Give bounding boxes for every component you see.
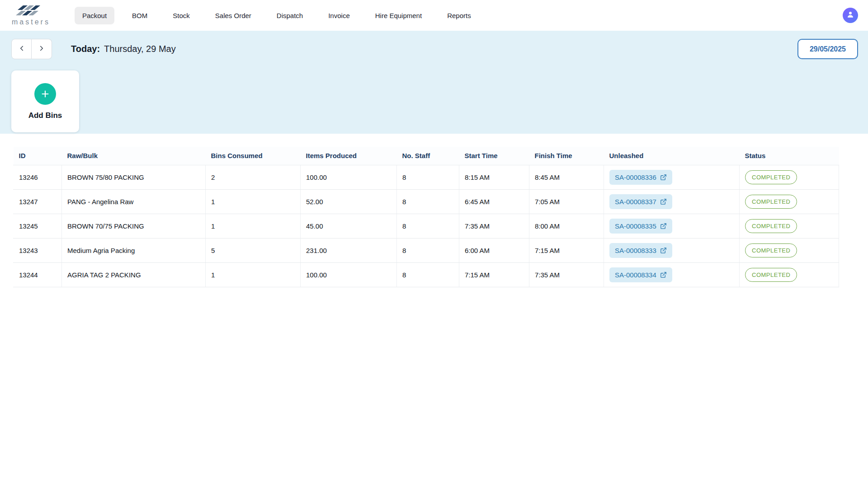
nav-item-packout[interactable]: Packout [75,7,114,24]
day-pager [11,39,52,59]
date-picker-button[interactable]: 29/05/2025 [797,39,858,59]
external-link-icon [660,198,667,205]
nav-item-invoice[interactable]: Invoice [321,7,358,24]
external-link-icon [660,271,667,278]
col-header-no-staff: No. Staff [397,147,459,165]
cell-id: 13243 [14,238,62,262]
status-badge: COMPLETED [745,170,797,184]
prev-day-button[interactable] [11,39,32,59]
unleashed-link-label: SA-00008335 [615,222,656,230]
plus-icon [34,83,56,105]
col-header-bins-consumed: Bins Consumed [206,147,301,165]
cell-raw-bulk: BROWN 75/80 PACKING [62,165,206,189]
col-header-status: Status [740,147,839,165]
external-link-icon [660,247,667,254]
table-row: 13243 Medium Agria Packing 5 231.00 8 6:… [14,238,839,262]
nav-item-bom[interactable]: BOM [124,7,155,24]
cell-no-staff: 8 [397,165,459,189]
logo: masters [12,5,50,26]
table-header-row: ID Raw/Bulk Bins Consumed Items Produced… [14,147,839,165]
cell-status: COMPLETED [740,214,839,238]
cell-status: COMPLETED [740,238,839,262]
cell-bins-consumed: 1 [206,189,301,214]
nav-item-dispatch[interactable]: Dispatch [269,7,311,24]
col-header-raw-bulk: Raw/Bulk [62,147,206,165]
status-badge: COMPLETED [745,195,797,209]
nav-item-sales-order[interactable]: Sales Order [208,7,259,24]
cell-items-produced: 231.00 [301,238,397,262]
cell-bins-consumed: 1 [206,214,301,238]
col-header-items-produced: Items Produced [301,147,397,165]
top-nav: masters Packout BOM Stock Sales Order Di… [0,0,868,31]
cell-bins-consumed: 2 [206,165,301,189]
cell-finish-time: 8:45 AM [529,165,604,189]
unleashed-link[interactable]: SA-00008333 [609,243,672,258]
packout-table-section: ID Raw/Bulk Bins Consumed Items Produced… [0,134,868,287]
today-label: Today: [71,44,100,54]
cell-raw-bulk: BROWN 70/75 PACKING [62,214,206,238]
status-badge: COMPLETED [745,243,797,257]
cell-unleashed: SA-00008335 [604,214,740,238]
cell-unleashed: SA-00008333 [604,238,740,262]
external-link-icon [660,174,667,181]
table-row: 13246 BROWN 75/80 PACKING 2 100.00 8 8:1… [14,165,839,189]
col-header-start-time: Start Time [459,147,529,165]
status-badge: COMPLETED [745,219,797,233]
user-avatar[interactable] [843,8,858,23]
cell-start-time: 6:45 AM [459,189,529,214]
cell-id: 13245 [14,214,62,238]
nav-item-hire-equipment[interactable]: Hire Equipment [368,7,429,24]
cell-id: 13247 [14,189,62,214]
cell-items-produced: 100.00 [301,165,397,189]
cell-start-time: 7:35 AM [459,214,529,238]
cell-id: 13246 [14,165,62,189]
cell-start-time: 6:00 AM [459,238,529,262]
unleashed-link[interactable]: SA-00008336 [609,170,672,185]
unleashed-link-label: SA-00008334 [615,271,656,279]
external-link-icon [660,223,667,229]
unleashed-link[interactable]: SA-00008334 [609,267,672,282]
cell-start-time: 7:15 AM [459,262,529,287]
cell-items-produced: 45.00 [301,214,397,238]
col-header-unleashed: Unleashed [604,147,740,165]
cell-finish-time: 8:00 AM [529,214,604,238]
add-bins-label: Add Bins [28,111,62,120]
table-row: 13244 AGRIA TAG 2 PACKING 1 100.00 8 7:1… [14,262,839,287]
packout-table-body: 13246 BROWN 75/80 PACKING 2 100.00 8 8:1… [14,165,839,287]
cell-raw-bulk: Medium Agria Packing [62,238,206,262]
cell-no-staff: 8 [397,189,459,214]
packout-table: ID Raw/Bulk Bins Consumed Items Produced… [13,147,839,287]
cell-finish-time: 7:35 AM [529,262,604,287]
table-row: 13247 PANG - Angelina Raw 1 52.00 8 6:45… [14,189,839,214]
unleashed-link-label: SA-00008333 [615,247,656,254]
nav-item-stock[interactable]: Stock [165,7,198,24]
cell-finish-time: 7:15 AM [529,238,604,262]
nav-item-reports[interactable]: Reports [439,7,479,24]
chevron-right-icon [38,44,46,54]
table-row: 13245 BROWN 70/75 PACKING 1 45.00 8 7:35… [14,214,839,238]
cell-status: COMPLETED [740,262,839,287]
main-nav: Packout BOM Stock Sales Order Dispatch I… [75,7,479,24]
cell-no-staff: 8 [397,238,459,262]
col-header-finish-time: Finish Time [529,147,604,165]
cell-raw-bulk: AGRIA TAG 2 PACKING [62,262,206,287]
cell-unleashed: SA-00008337 [604,189,740,214]
cell-start-time: 8:15 AM [459,165,529,189]
cell-status: COMPLETED [740,165,839,189]
unleashed-link-label: SA-00008337 [615,198,656,206]
unleashed-link[interactable]: SA-00008337 [609,194,672,209]
chevron-left-icon [18,44,26,54]
cell-items-produced: 52.00 [301,189,397,214]
col-header-id: ID [14,147,62,165]
unleashed-link[interactable]: SA-00008335 [609,219,672,234]
cell-items-produced: 100.00 [301,262,397,287]
add-bins-card[interactable]: Add Bins [11,70,79,132]
date-section: Today: Thursday, 29 May 29/05/2025 Add B… [0,31,868,134]
cell-status: COMPLETED [740,189,839,214]
cell-finish-time: 7:05 AM [529,189,604,214]
status-badge: COMPLETED [745,268,797,282]
next-day-button[interactable] [32,39,52,59]
cell-bins-consumed: 5 [206,238,301,262]
cell-raw-bulk: PANG - Angelina Raw [62,189,206,214]
cell-bins-consumed: 1 [206,262,301,287]
